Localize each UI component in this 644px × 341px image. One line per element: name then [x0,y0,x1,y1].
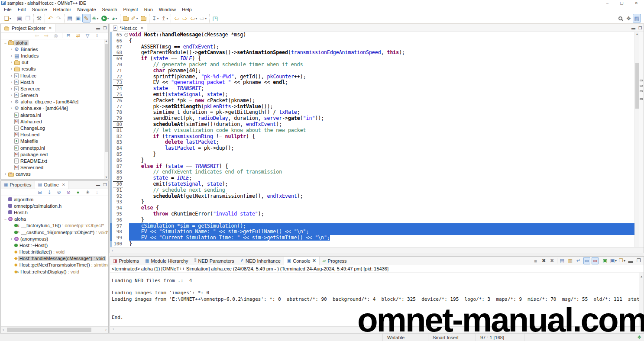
tree-item[interactable]: ⌄~aloha [1,39,108,46]
code-line[interactable]: 72 sprintf(pkname, "pk-%d-#%d", getId(),… [110,74,634,80]
status-tray-icon[interactable]: ❖ [637,335,641,340]
code-line[interactable]: 84 lastPacket = pk->dup(); [110,145,634,151]
sash[interactable] [110,253,644,256]
code-area[interactable]: 65−void Host::handleMessage(cMessage *ms… [110,32,634,247]
hide-fields-button[interactable]: ⊘ [55,189,62,196]
tree-item[interactable]: omnetpp/csimulation.h [1,203,108,209]
forward-nav-button[interactable]: ⇨▾ [198,14,208,23]
export-button[interactable]: ↥▾ [160,14,169,23]
code-line[interactable]: 85 } [110,151,634,158]
back-history-button[interactable]: ⇦ [172,14,181,23]
tree-item[interactable]: ›⚙aloha_dbg.exe - [amd64/le] [1,99,108,105]
remove-launch-button[interactable]: ✖ [540,257,547,264]
tab-ned-inheritance[interactable]: ↱NED Inheritance [237,257,284,265]
new-console-view-button[interactable]: ❒▾ [618,257,626,264]
back-button[interactable]: ⇦ [33,32,40,39]
code-line[interactable]: 92 scheduleAt(getNextTransmissionTime(),… [110,193,634,199]
save-all-button[interactable]: ❐ [24,14,32,23]
maximize-button[interactable]: ❒ [635,257,642,264]
minimize-button[interactable]: ▬ [627,257,634,264]
tree-item[interactable]: S__castfunc_16(omnetpp::cObject*) : void… [1,229,108,235]
tree-item[interactable]: ›N(anonymous) [1,235,108,242]
search-button[interactable] [616,14,625,23]
collapsed-arrow-icon[interactable]: › [3,172,8,176]
tree-item[interactable]: ›hServer.h [1,92,108,99]
back-nav-button[interactable]: ⇦▾ [189,14,198,23]
terminate-button[interactable]: ■ [532,257,539,264]
tree-item[interactable]: ›cServer.cc [1,85,108,92]
scroll-down-icon[interactable]: ▼ [104,176,108,179]
tree-item[interactable]: ›out [1,59,108,66]
code-line[interactable]: 70 // generate packet and schedule timer… [110,62,634,68]
menu-refactor[interactable]: Refactor [50,6,74,13]
save-button[interactable]: ▣ [16,14,24,23]
maximize-view-button[interactable]: ❒ [103,26,107,30]
project-explorer-scrollbar[interactable]: ▲ ▼ [104,39,108,179]
tab-problems[interactable]: ◨Problems [110,257,142,265]
maximize-view-button[interactable]: ❒ [638,26,642,30]
view-menu-button[interactable]: ⁝ [94,189,100,196]
close-icon[interactable]: ✕ [312,258,316,264]
annotation-mark[interactable] [640,80,643,81]
code-line[interactable]: 90 emit(stateSignal, state); [110,181,634,187]
filter-button[interactable]: ▽ [84,32,91,39]
collapsed-arrow-icon[interactable]: › [9,100,14,104]
open-project-button[interactable] [122,14,130,23]
tree-item[interactable]: Npackage.ned [1,151,108,158]
tree-item[interactable]: ›⚙Binaries [1,46,108,52]
code-line[interactable]: 94 else { [110,205,634,211]
scrollbar-thumb[interactable] [7,328,91,332]
code-line[interactable]: 76 cPacket *pk = new cPacket(pkname); [110,98,634,104]
tree-item[interactable]: ◆Host::initialize() : void [1,249,108,255]
tree-item[interactable]: ▸omnetpp.ini [1,145,108,151]
tree-item[interactable]: ›hHost.h [1,79,108,85]
forward-button[interactable]: ⇨ [43,32,50,39]
code-line[interactable]: 71 char pkname[40]; [110,68,634,74]
open-console-button[interactable]: ▣ [602,257,608,264]
copy-console-button[interactable]: ▤ [559,257,566,264]
maximize-view-button[interactable]: ❒ [103,183,107,187]
collapsed-arrow-icon[interactable]: › [9,87,14,91]
minimize-view-button[interactable]: ▬ [96,26,100,30]
scroll-up-icon[interactable]: ▲ [639,273,644,280]
hide-inactive-button[interactable]: ✳ [84,189,91,196]
scroll-left-icon[interactable]: ‹ [112,248,113,253]
show-stdout-button[interactable]: ▭ [583,257,590,264]
open-resource-button[interactable] [139,14,148,23]
annotation-mark[interactable] [640,98,643,100]
display-console-button[interactable]: ▣▾ [610,257,617,264]
up-button[interactable]: ◎ [52,32,59,39]
tab-progress[interactable]: ▱Progress [320,257,350,265]
code-line[interactable]: 73 EV << "generating packet " << pkname … [110,80,634,86]
tree-item[interactable]: ◆cHost::refreshDisplay() : void [1,268,108,275]
view-menu-button[interactable]: ⁝ [94,32,100,39]
code-line[interactable]: 97 cSimulation *sim = getSimulation(); [110,223,634,229]
scroll-up-icon[interactable]: ▲ [104,39,108,42]
tree-item[interactable]: ●Makefile [1,138,108,145]
code-line[interactable]: 91 // schedule next sending [110,187,634,193]
tab-outline[interactable]: ▤ Outline ✕ [35,181,69,189]
close-icon[interactable]: ✕ [49,26,52,30]
code-line[interactable]: 81 // let visualization code know about … [110,128,634,134]
code-line[interactable]: 96 } [110,217,634,223]
last-edit-location-button[interactable]: ◳ [211,14,219,23]
link-editor-button[interactable]: ⇄ [74,32,81,39]
collapse-all-button[interactable]: ⊟ [65,32,72,39]
code-line[interactable]: 66{ [110,38,634,44]
minimize-window-button[interactable]: – [606,1,608,5]
tab-console[interactable]: ▣Console✕ [284,257,320,265]
tab-host-cc[interactable]: c *Host.cc ✕ [110,24,147,32]
tree-item[interactable]: ▸akaroa.ini [1,112,108,118]
code-line[interactable]: 67 ASSERT(msg == endTxEvent); [110,44,634,50]
scrollbar-thumb[interactable] [635,63,639,109]
editor-scrollbar[interactable]: ▲ [634,32,639,247]
fold-collapse-icon[interactable]: − [124,33,128,37]
profile-button[interactable]: ◕▾ [110,14,119,23]
new-ned-editor-button[interactable]: ▤ [66,14,74,23]
hide-static-button[interactable]: ⊘ [65,189,72,196]
collapsed-arrow-icon[interactable]: › [9,237,14,241]
overview-ruler[interactable] [639,32,644,247]
tree-item[interactable]: algorithm [1,196,108,203]
tab-ned-parameters[interactable]: ⁑NED Parameters [191,257,237,265]
menu-source[interactable]: Source [29,6,50,13]
